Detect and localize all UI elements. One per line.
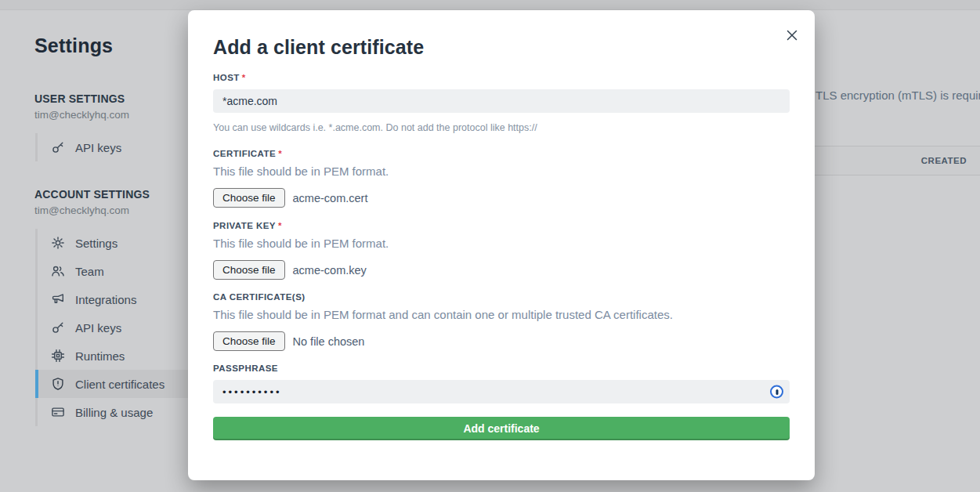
sidebar-item-label: Settings: [75, 237, 118, 250]
key-icon: [51, 320, 65, 335]
certificate-helper-text: This file should be in PEM format.: [213, 165, 790, 178]
private-key-filename: acme-com.key: [293, 264, 367, 277]
private-key-helper-text: This file should be in PEM format.: [213, 237, 790, 250]
megaphone-icon: [51, 292, 65, 306]
mtls-description-text: TLS encryption (mTLS) is require: [815, 89, 980, 102]
certificate-file-row: Choose file acme-com.cert: [213, 188, 790, 208]
sidebar-item-client-certificates[interactable]: Client certificates: [35, 370, 189, 398]
key-icon: [51, 140, 65, 154]
sidebar-item-integrations[interactable]: Integrations: [38, 285, 189, 313]
host-input[interactable]: [213, 89, 790, 113]
required-asterisk: *: [278, 149, 282, 158]
add-certificate-button[interactable]: Add certificate: [213, 417, 790, 440]
add-client-certificate-modal: Add a client certificate HOST* You can u…: [188, 10, 815, 480]
ca-certificate-file-row: Choose file No file chosen: [213, 331, 790, 351]
ca-certificate-helper-text: This file should be in PEM format and ca…: [213, 308, 790, 321]
passphrase-input[interactable]: [213, 380, 790, 403]
sidebar-item-billing[interactable]: Billing & usage: [38, 398, 189, 426]
host-helper-text: You can use wildcards i.e. *.acme.com. D…: [213, 122, 790, 133]
passphrase-field: [213, 380, 790, 403]
ca-certificate-filename: No file chosen: [293, 335, 365, 348]
shield-icon: [51, 377, 65, 391]
created-column-header: CREATED: [921, 156, 967, 165]
ca-certificate-choose-file-button[interactable]: Choose file: [213, 331, 285, 351]
sidebar-item-runtimes[interactable]: Runtimes: [38, 342, 189, 370]
modal-title: Add a client certificate: [213, 10, 790, 59]
account-settings-email: tim@checklyhq.com: [34, 204, 129, 216]
credit-card-icon: [51, 405, 65, 419]
sidebar-item-team[interactable]: Team: [38, 257, 189, 285]
user-settings-email: tim@checklyhq.com: [34, 109, 129, 121]
sidebar-item-label: Billing & usage: [75, 406, 153, 419]
certificate-filename: acme-com.cert: [293, 192, 368, 204]
passphrase-label: PASSPHRASE: [213, 364, 790, 373]
sidebar-item-label: Client certificates: [75, 378, 165, 391]
close-icon[interactable]: [784, 27, 800, 43]
private-key-label: PRIVATE KEY*: [213, 221, 790, 230]
app-window: Settings USER SETTINGS tim@checklyhq.com…: [0, 0, 980, 492]
ca-certificate-label: CA CERTIFICATE(S): [213, 292, 790, 302]
host-label: HOST*: [213, 73, 790, 82]
chip-icon: [51, 349, 65, 363]
sidebar-item-api-keys-user[interactable]: API keys: [38, 133, 189, 161]
user-settings-heading: USER SETTINGS: [34, 92, 125, 105]
sidebar-item-label: Runtimes: [75, 349, 125, 363]
account-settings-heading: ACCOUNT SETTINGS: [34, 188, 150, 201]
certificate-label: CERTIFICATE*: [213, 149, 790, 158]
private-key-choose-file-button[interactable]: Choose file: [213, 260, 285, 280]
required-asterisk: *: [278, 221, 282, 230]
sidebar-item-label: Team: [75, 265, 104, 278]
user-settings-nav: API keys: [35, 133, 189, 161]
certificate-choose-file-button[interactable]: Choose file: [213, 188, 285, 208]
team-icon: [51, 264, 65, 278]
sidebar-item-settings[interactable]: Settings: [38, 229, 189, 257]
sidebar-item-label: API keys: [75, 141, 121, 154]
close-x-glyph: [787, 30, 797, 41]
password-manager-icon[interactable]: [770, 385, 783, 399]
sidebar-item-label: API keys: [75, 321, 121, 335]
required-asterisk: *: [242, 73, 246, 82]
page-title: Settings: [34, 34, 113, 57]
account-settings-nav: Settings Team Integrations API keys: [35, 229, 189, 426]
sidebar-item-api-keys[interactable]: API keys: [38, 313, 189, 342]
sidebar-item-label: Integrations: [75, 293, 136, 306]
top-bar: [0, 0, 980, 10]
private-key-file-row: Choose file acme-com.key: [213, 260, 790, 280]
gear-icon: [51, 236, 65, 250]
